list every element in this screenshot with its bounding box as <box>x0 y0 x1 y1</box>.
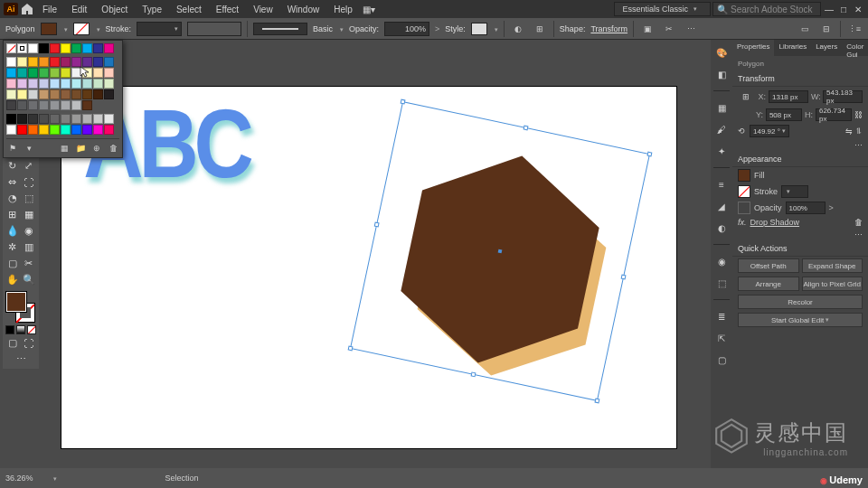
swatch-library-icon[interactable]: ⚑ <box>6 142 19 155</box>
swatch-menu-icon[interactable]: ▾ <box>23 142 35 155</box>
selection-handle[interactable] <box>594 398 599 403</box>
swatch-item[interactable] <box>61 89 71 99</box>
more-options-icon[interactable]: ⋯ <box>854 141 863 150</box>
menu-effect[interactable]: Effect <box>210 2 245 17</box>
graph-tool[interactable]: ▥ <box>21 239 36 255</box>
screen-mode-normal[interactable]: ▢ <box>5 335 20 351</box>
swatch-item[interactable] <box>93 43 103 53</box>
swatch-item[interactable] <box>71 79 81 89</box>
swatch-item[interactable] <box>6 68 16 78</box>
swatch-item[interactable] <box>50 68 60 78</box>
selection-handle[interactable] <box>524 125 529 130</box>
new-group-icon[interactable]: 📁 <box>74 142 87 155</box>
fill-indicator[interactable] <box>6 292 26 312</box>
selection-handle[interactable] <box>621 275 627 280</box>
selection-handle[interactable] <box>348 345 354 351</box>
swatch-item[interactable] <box>82 79 92 89</box>
h-input[interactable]: 626.734 px <box>816 108 852 121</box>
close-icon[interactable]: ✕ <box>852 3 864 15</box>
swatch-item[interactable] <box>82 89 92 99</box>
pin-icon[interactable]: ⋮≡ <box>846 21 863 37</box>
swatch-item[interactable] <box>104 57 114 67</box>
swatch-item[interactable] <box>6 57 16 67</box>
arrange-button[interactable]: Arrange <box>738 277 799 291</box>
stroke-weight-field[interactable] <box>781 185 808 198</box>
swatch-item[interactable] <box>28 89 38 99</box>
swatch-item[interactable] <box>61 79 71 89</box>
swatch-registration[interactable] <box>17 43 27 53</box>
appearance-more-icon[interactable]: ⋯ <box>854 230 863 239</box>
tab-layers[interactable]: Layers <box>811 40 842 56</box>
swatch-item[interactable] <box>39 114 49 124</box>
swatch-item[interactable] <box>71 114 81 124</box>
swatch-item[interactable] <box>61 125 71 135</box>
swatch-item[interactable] <box>104 89 114 99</box>
menu-file[interactable]: File <box>36 2 63 17</box>
swatch-item[interactable] <box>6 79 16 89</box>
swatch-item[interactable] <box>71 68 81 78</box>
selection-bounds[interactable] <box>350 101 650 401</box>
gradient-mode-icon[interactable] <box>16 325 25 334</box>
swatch-item[interactable] <box>50 100 60 110</box>
swatch-item[interactable] <box>28 100 38 110</box>
swatch-item[interactable] <box>61 57 71 67</box>
swatch-item[interactable] <box>50 89 60 99</box>
swatch-item[interactable] <box>71 43 81 53</box>
swatch-item[interactable] <box>39 57 49 67</box>
zoom-level[interactable]: 36.26% <box>5 474 33 483</box>
swatch-item[interactable] <box>71 100 81 110</box>
swatch-item[interactable] <box>17 114 27 124</box>
menu-type[interactable]: Type <box>136 2 168 17</box>
swatch-item[interactable] <box>39 89 49 99</box>
shape-builder-tool[interactable]: ◔ <box>5 191 20 206</box>
none-mode-icon[interactable] <box>27 325 36 334</box>
stroke-dropdown-icon[interactable] <box>95 24 100 33</box>
recolor-icon[interactable]: ◐ <box>510 21 526 37</box>
align-pixel-button[interactable]: Align to Pixel Grid <box>802 277 863 291</box>
swatch-item[interactable] <box>71 89 81 99</box>
swatch-item[interactable] <box>17 89 27 99</box>
new-swatch-icon[interactable]: ⊕ <box>90 142 103 155</box>
options-icon[interactable]: ⋯ <box>683 21 699 37</box>
stroke-panel-icon[interactable]: ≡ <box>714 177 729 192</box>
swatch-item[interactable] <box>50 57 60 67</box>
blend-tool[interactable]: ◉ <box>21 223 36 239</box>
swatch-item[interactable] <box>50 125 60 135</box>
workspace-switcher[interactable]: Essentials Classic <box>614 2 711 16</box>
swatch-item[interactable] <box>39 100 49 110</box>
menu-view[interactable]: View <box>247 2 279 17</box>
color-panel-icon[interactable]: 🎨 <box>714 45 729 60</box>
free-transform-tool[interactable]: ⛶ <box>21 174 36 190</box>
swatch-item[interactable] <box>6 114 16 124</box>
swatch-item[interactable] <box>104 79 114 89</box>
perspective-tool[interactable]: ⬚ <box>21 191 36 206</box>
swatch-item[interactable] <box>28 57 38 67</box>
swatch-item[interactable] <box>17 100 27 110</box>
mesh-tool[interactable]: ⊞ <box>5 207 20 222</box>
selection-handle[interactable] <box>401 99 406 105</box>
color-guide-icon[interactable]: ◧ <box>714 67 729 81</box>
symbol-sprayer-tool[interactable]: ✲ <box>5 239 20 255</box>
graphic-styles-icon[interactable]: ⬚ <box>714 276 729 290</box>
swatch-item[interactable] <box>61 68 71 78</box>
hand-tool[interactable]: ✋ <box>5 272 20 287</box>
brush-dropdown-icon[interactable] <box>338 24 344 33</box>
reference-point-icon[interactable]: ⊞ <box>738 89 754 105</box>
swatch-item[interactable] <box>61 100 71 110</box>
selection-handle[interactable] <box>374 222 380 228</box>
effect-drop-shadow[interactable]: Drop Shadow <box>750 218 800 227</box>
swatch-item[interactable] <box>82 57 92 67</box>
var-width-profile[interactable] <box>187 22 241 36</box>
swatch-item[interactable] <box>28 125 38 135</box>
swatch-options-icon[interactable]: ▦ <box>58 142 71 155</box>
selection-handle[interactable] <box>471 371 476 377</box>
menu-window[interactable]: Window <box>281 2 326 17</box>
brushes-panel-icon[interactable]: 🖌 <box>714 122 729 136</box>
brush-definition[interactable] <box>253 23 307 35</box>
fill-swatch[interactable] <box>41 23 57 35</box>
delete-effect-icon[interactable]: 🗑 <box>854 218 863 227</box>
swatch-item[interactable] <box>93 114 103 124</box>
expand-shape-button[interactable]: Expand Shape <box>802 258 863 273</box>
swatch-item[interactable] <box>93 57 103 67</box>
isolate-icon[interactable]: ▣ <box>639 21 656 37</box>
